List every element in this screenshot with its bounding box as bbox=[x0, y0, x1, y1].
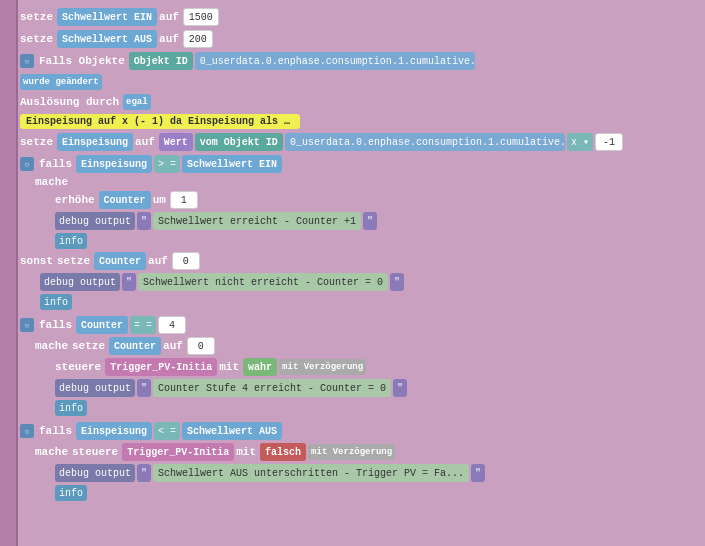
chip-trigger-pv-3[interactable]: Trigger_PV-Initia bbox=[122, 443, 234, 461]
chip-debug3[interactable]: debug output bbox=[55, 379, 135, 397]
falls2-section: ○ falls Counter = = 4 mache setze Counte… bbox=[20, 316, 697, 416]
val-minus1[interactable]: -1 bbox=[595, 133, 623, 151]
left-bar bbox=[0, 0, 18, 546]
falls3-icon: ○ bbox=[20, 424, 34, 438]
label-auf1: auf bbox=[159, 11, 179, 23]
row-debug2: debug output " Schwellwert nicht erreich… bbox=[40, 273, 697, 291]
sonst1-block: sonst setze Counter auf 0 debug output "… bbox=[20, 252, 697, 310]
row-mache1-label: mache bbox=[35, 176, 697, 188]
row-info2: info bbox=[40, 294, 697, 310]
chip-falsch[interactable]: falsch bbox=[260, 443, 306, 461]
chip-debug4-text: Schwellwert AUS unterschritten - Trigger… bbox=[153, 464, 469, 482]
chip-debug4[interactable]: debug output bbox=[55, 464, 135, 482]
row-einspeisung-note: Einspeisung auf x (- 1) da Einspeisung a… bbox=[20, 114, 697, 129]
label-setze-mache2: setze bbox=[72, 340, 105, 352]
row-steuere-mache2: steuere Trigger_PV-Initia mit wahr mit V… bbox=[55, 358, 697, 376]
chip-debug2[interactable]: debug output bbox=[40, 273, 120, 291]
val-falls2-4[interactable]: 4 bbox=[158, 316, 186, 334]
val-mache2-0[interactable]: 0 bbox=[187, 337, 215, 355]
label-setze3: setze bbox=[20, 136, 53, 148]
label-mit2: mit bbox=[219, 361, 239, 373]
chip-debug1[interactable]: debug output bbox=[55, 212, 135, 230]
chip-counter-mache2[interactable]: Counter bbox=[109, 337, 161, 355]
chip-vom-objekt[interactable]: vom Objekt ID bbox=[195, 133, 283, 151]
label-mache1: mache bbox=[35, 176, 68, 188]
chip-schwellwert-aus-3[interactable]: Schwellwert AUS bbox=[182, 422, 282, 440]
label-auslosung: Auslösung durch bbox=[20, 96, 119, 108]
chip-counter-1[interactable]: Counter bbox=[99, 191, 151, 209]
chip-einspeisung[interactable]: Einspeisung bbox=[57, 133, 133, 151]
chip-egal[interactable]: egal bbox=[123, 94, 151, 110]
label-mache2: mache bbox=[35, 340, 68, 352]
chip-wahr[interactable]: wahr bbox=[243, 358, 277, 376]
chip-schwellwert-ein-1[interactable]: Schwellwert EIN bbox=[57, 8, 157, 26]
label-sonst1: sonst bbox=[20, 255, 53, 267]
chip-schwellwert-ein-2[interactable]: Schwellwert EIN bbox=[182, 155, 282, 173]
chip-debug1-text: Schwellwert erreicht - Counter +1 bbox=[153, 212, 361, 230]
chip-quote3-close: " bbox=[393, 379, 407, 397]
row-info4: info bbox=[55, 485, 697, 501]
chip-info4[interactable]: info bbox=[55, 485, 87, 501]
label-auf3: auf bbox=[135, 136, 155, 148]
mache1-block: mache erhöhe Counter um 1 debug output "… bbox=[35, 176, 697, 249]
label-falls-obj: Falls Objekte bbox=[39, 55, 125, 67]
label-auf-mache2: auf bbox=[163, 340, 183, 352]
row-geaendert: wurde geändert bbox=[20, 74, 697, 90]
chip-quote4-open: " bbox=[137, 464, 151, 482]
label-setze-sonst: setze bbox=[57, 255, 90, 267]
row-sonst1-label: sonst setze Counter auf 0 bbox=[20, 252, 697, 270]
label-setze2: setze bbox=[20, 33, 53, 45]
chip-op-falls1[interactable]: > = bbox=[154, 155, 180, 173]
main-container: setze Schwellwert EIN auf 1500 setze Sch… bbox=[0, 0, 705, 546]
label-falls1: falls bbox=[39, 158, 72, 170]
label-falls3: falls bbox=[39, 425, 72, 437]
chip-counter-2[interactable]: Counter bbox=[76, 316, 128, 334]
chip-id1[interactable]: 0_userdata.0.enphase.consumption.1.cumul… bbox=[195, 52, 475, 70]
chip-einspeisung-1[interactable]: Einspeisung bbox=[76, 155, 152, 173]
chip-counter-sonst[interactable]: Counter bbox=[94, 252, 146, 270]
label-steuere2: steuere bbox=[55, 361, 101, 373]
chip-info2[interactable]: info bbox=[40, 294, 72, 310]
falls1-section: ○ falls Einspeisung > = Schwellwert EIN … bbox=[20, 155, 697, 310]
chip-schwellwert-aus-1[interactable]: Schwellwert AUS bbox=[57, 30, 157, 48]
chip-quote2-close: " bbox=[390, 273, 404, 291]
chip-debug3-text: Counter Stufe 4 erreicht - Counter = 0 bbox=[153, 379, 391, 397]
chip-quote1-close: " bbox=[363, 212, 377, 230]
mache2-block: mache setze Counter auf 0 steuere Trigge… bbox=[35, 337, 697, 416]
row-mache2-label: mache setze Counter auf 0 bbox=[35, 337, 697, 355]
falls3-section: ○ falls Einspeisung < = Schwellwert AUS … bbox=[20, 422, 697, 501]
chip-op-falls3[interactable]: < = bbox=[154, 422, 180, 440]
val-sonst0[interactable]: 0 bbox=[172, 252, 200, 270]
chip-op-falls2[interactable]: = = bbox=[130, 316, 156, 334]
row-falls2: ○ falls Counter = = 4 bbox=[20, 316, 697, 334]
val-um1[interactable]: 1 bbox=[170, 191, 198, 209]
chip-quote3-open: " bbox=[137, 379, 151, 397]
chip-verzoegerung3[interactable]: mit Verzögerung bbox=[308, 444, 395, 460]
chip-id2[interactable]: 0_userdata.0.enphase.consumption.1.cumul… bbox=[285, 133, 565, 151]
chip-op2[interactable]: x ▾ bbox=[567, 133, 593, 151]
chip-info3[interactable]: info bbox=[55, 400, 87, 416]
chip-debug2-text: Schwellwert nicht erreicht - Counter = 0 bbox=[138, 273, 388, 291]
chip-info1[interactable]: info bbox=[55, 233, 87, 249]
val-200[interactable]: 200 bbox=[183, 30, 213, 48]
chip-objekt-id[interactable]: Objekt ID bbox=[129, 52, 193, 70]
chip-geaendert[interactable]: wurde geändert bbox=[20, 74, 102, 90]
label-mit3: mit bbox=[236, 446, 256, 458]
label-mache3: mache bbox=[35, 446, 68, 458]
chip-trigger-pv-2[interactable]: Trigger_PV-Initia bbox=[105, 358, 217, 376]
chip-wert[interactable]: Wert bbox=[159, 133, 193, 151]
row-info3: info bbox=[55, 400, 697, 416]
row-falls-obj: ○ Falls Objekte Objekt ID 0_userdata.0.e… bbox=[20, 52, 697, 70]
chip-einspeisung-3[interactable]: Einspeisung bbox=[76, 422, 152, 440]
falls-obj-icon: ○ bbox=[20, 54, 34, 68]
row-info1: info bbox=[55, 233, 697, 249]
chip-quote1-open: " bbox=[137, 212, 151, 230]
note-einspeisung: Einspeisung auf x (- 1) da Einspeisung a… bbox=[20, 114, 300, 129]
falls1-icon: ○ bbox=[20, 157, 34, 171]
chip-verzoegerung2[interactable]: mit Verzögerung bbox=[279, 359, 366, 375]
row-erhoehe: erhöhe Counter um 1 bbox=[55, 191, 697, 209]
label-steuere3: steuere bbox=[72, 446, 118, 458]
val-1500[interactable]: 1500 bbox=[183, 8, 219, 26]
row-falls3: ○ falls Einspeisung < = Schwellwert AUS bbox=[20, 422, 697, 440]
label-um: um bbox=[153, 194, 166, 206]
